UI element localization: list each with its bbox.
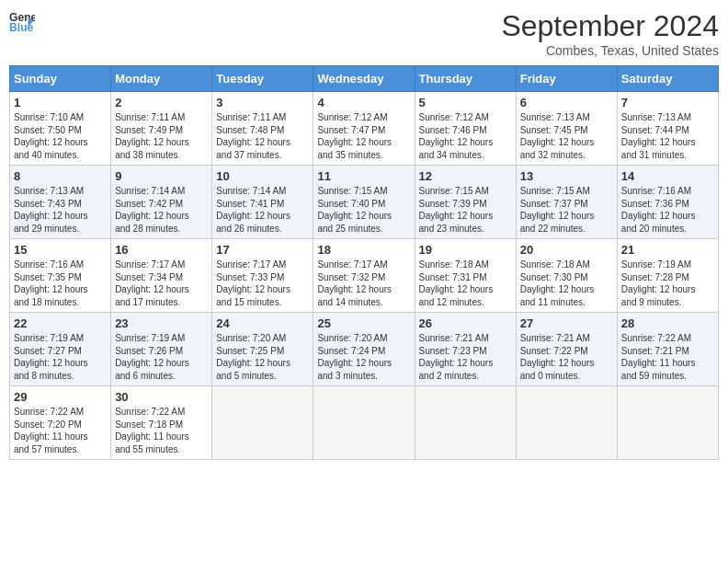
calendar-cell [617,386,718,460]
calendar-cell: 10Sunrise: 7:14 AM Sunset: 7:41 PM Dayli… [212,166,313,239]
calendar-week-row: 29Sunrise: 7:22 AM Sunset: 7:20 PM Dayli… [10,386,719,460]
calendar-cell: 25Sunrise: 7:20 AM Sunset: 7:24 PM Dayli… [313,313,415,386]
day-info: Sunrise: 7:16 AM Sunset: 7:36 PM Dayligh… [621,185,714,235]
day-info: Sunrise: 7:12 AM Sunset: 7:47 PM Dayligh… [317,111,410,161]
day-info: Sunrise: 7:17 AM Sunset: 7:32 PM Dayligh… [317,259,410,308]
title-area: September 2024 Combes, Texas, United Sta… [501,9,719,58]
month-title: September 2024 [501,9,719,43]
day-info: Sunrise: 7:14 AM Sunset: 7:42 PM Dayligh… [115,185,208,235]
day-number: 5 [419,96,512,109]
day-info: Sunrise: 7:11 AM Sunset: 7:49 PM Dayligh… [115,111,208,161]
calendar-cell: 19Sunrise: 7:18 AM Sunset: 7:31 PM Dayli… [415,239,516,313]
calendar-cell: 21Sunrise: 7:19 AM Sunset: 7:28 PM Dayli… [617,239,718,313]
day-info: Sunrise: 7:18 AM Sunset: 7:30 PM Dayligh… [520,259,613,308]
day-number: 29 [14,390,107,404]
day-info: Sunrise: 7:19 AM Sunset: 7:28 PM Dayligh… [621,259,714,308]
day-info: Sunrise: 7:16 AM Sunset: 7:35 PM Dayligh… [14,259,107,308]
calendar-cell: 2Sunrise: 7:11 AM Sunset: 7:49 PM Daylig… [111,92,212,166]
day-info: Sunrise: 7:19 AM Sunset: 7:27 PM Dayligh… [14,332,107,382]
day-info: Sunrise: 7:19 AM Sunset: 7:26 PM Dayligh… [115,332,208,382]
day-number: 22 [14,316,107,330]
calendar-cell: 24Sunrise: 7:20 AM Sunset: 7:25 PM Dayli… [212,313,313,386]
calendar-week-row: 1Sunrise: 7:10 AM Sunset: 7:50 PM Daylig… [10,92,719,166]
weekday-header-wednesday: Wednesday [313,66,415,92]
calendar-cell: 22Sunrise: 7:19 AM Sunset: 7:27 PM Dayli… [10,313,111,386]
calendar-cell: 3Sunrise: 7:11 AM Sunset: 7:48 PM Daylig… [212,92,313,166]
weekday-header-thursday: Thursday [415,66,516,92]
calendar-cell: 5Sunrise: 7:12 AM Sunset: 7:46 PM Daylig… [415,92,516,166]
day-number: 13 [520,169,613,183]
calendar-cell: 12Sunrise: 7:15 AM Sunset: 7:39 PM Dayli… [415,166,516,239]
day-number: 12 [419,169,512,183]
weekday-header-sunday: Sunday [10,66,111,92]
weekday-header-friday: Friday [516,66,617,92]
day-number: 24 [216,316,309,330]
day-number: 2 [115,96,208,109]
calendar-cell: 15Sunrise: 7:16 AM Sunset: 7:35 PM Dayli… [10,239,111,313]
day-number: 17 [216,243,309,257]
day-number: 7 [621,96,714,109]
day-info: Sunrise: 7:22 AM Sunset: 7:18 PM Dayligh… [115,406,208,455]
day-info: Sunrise: 7:18 AM Sunset: 7:31 PM Dayligh… [419,259,512,308]
calendar-cell: 27Sunrise: 7:21 AM Sunset: 7:22 PM Dayli… [516,313,617,386]
calendar-cell: 26Sunrise: 7:21 AM Sunset: 7:23 PM Dayli… [415,313,516,386]
day-number: 20 [520,243,613,257]
calendar-week-row: 22Sunrise: 7:19 AM Sunset: 7:27 PM Dayli… [10,313,719,386]
day-info: Sunrise: 7:10 AM Sunset: 7:50 PM Dayligh… [14,111,107,161]
calendar-table: SundayMondayTuesdayWednesdayThursdayFrid… [9,65,719,460]
day-info: Sunrise: 7:21 AM Sunset: 7:22 PM Dayligh… [520,332,613,382]
calendar-cell: 11Sunrise: 7:15 AM Sunset: 7:40 PM Dayli… [313,166,415,239]
calendar-cell [212,386,313,460]
day-info: Sunrise: 7:13 AM Sunset: 7:45 PM Dayligh… [520,111,613,161]
day-info: Sunrise: 7:11 AM Sunset: 7:48 PM Dayligh… [216,111,309,161]
day-number: 27 [520,316,613,330]
calendar-cell: 14Sunrise: 7:16 AM Sunset: 7:36 PM Dayli… [617,166,718,239]
day-number: 21 [621,243,714,257]
logo-icon: General Blue [9,9,35,35]
day-number: 3 [216,96,309,109]
day-number: 28 [621,316,714,330]
day-info: Sunrise: 7:17 AM Sunset: 7:34 PM Dayligh… [115,259,208,308]
calendar-cell [516,386,617,460]
calendar-cell: 20Sunrise: 7:18 AM Sunset: 7:30 PM Dayli… [516,239,617,313]
day-info: Sunrise: 7:15 AM Sunset: 7:40 PM Dayligh… [317,185,410,235]
calendar-cell: 6Sunrise: 7:13 AM Sunset: 7:45 PM Daylig… [516,92,617,166]
day-info: Sunrise: 7:13 AM Sunset: 7:44 PM Dayligh… [621,111,714,161]
day-info: Sunrise: 7:15 AM Sunset: 7:39 PM Dayligh… [419,185,512,235]
logo: General Blue [9,9,35,35]
day-info: Sunrise: 7:13 AM Sunset: 7:43 PM Dayligh… [14,185,107,235]
day-number: 25 [317,316,410,330]
calendar-cell: 28Sunrise: 7:22 AM Sunset: 7:21 PM Dayli… [617,313,718,386]
day-info: Sunrise: 7:20 AM Sunset: 7:25 PM Dayligh… [216,332,309,382]
day-number: 18 [317,243,410,257]
day-info: Sunrise: 7:22 AM Sunset: 7:21 PM Dayligh… [621,332,714,382]
day-number: 11 [317,169,410,183]
calendar-cell: 17Sunrise: 7:17 AM Sunset: 7:33 PM Dayli… [212,239,313,313]
day-number: 4 [317,96,410,109]
calendar-cell: 23Sunrise: 7:19 AM Sunset: 7:26 PM Dayli… [111,313,212,386]
day-info: Sunrise: 7:17 AM Sunset: 7:33 PM Dayligh… [216,259,309,308]
calendar-cell: 30Sunrise: 7:22 AM Sunset: 7:18 PM Dayli… [111,386,212,460]
day-number: 16 [115,243,208,257]
calendar-cell [415,386,516,460]
calendar-cell: 13Sunrise: 7:15 AM Sunset: 7:37 PM Dayli… [516,166,617,239]
day-info: Sunrise: 7:21 AM Sunset: 7:23 PM Dayligh… [419,332,512,382]
calendar-cell: 1Sunrise: 7:10 AM Sunset: 7:50 PM Daylig… [10,92,111,166]
day-info: Sunrise: 7:15 AM Sunset: 7:37 PM Dayligh… [520,185,613,235]
calendar-cell: 7Sunrise: 7:13 AM Sunset: 7:44 PM Daylig… [617,92,718,166]
calendar-cell: 4Sunrise: 7:12 AM Sunset: 7:47 PM Daylig… [313,92,415,166]
day-info: Sunrise: 7:12 AM Sunset: 7:46 PM Dayligh… [419,111,512,161]
day-number: 26 [419,316,512,330]
day-number: 10 [216,169,309,183]
day-number: 8 [14,169,107,183]
day-number: 23 [115,316,208,330]
calendar-cell: 29Sunrise: 7:22 AM Sunset: 7:20 PM Dayli… [10,386,111,460]
day-info: Sunrise: 7:14 AM Sunset: 7:41 PM Dayligh… [216,185,309,235]
day-number: 30 [115,390,208,404]
day-number: 15 [14,243,107,257]
weekday-header-monday: Monday [111,66,212,92]
calendar-week-row: 15Sunrise: 7:16 AM Sunset: 7:35 PM Dayli… [10,239,719,313]
calendar-week-row: 8Sunrise: 7:13 AM Sunset: 7:43 PM Daylig… [10,166,719,239]
calendar-cell: 8Sunrise: 7:13 AM Sunset: 7:43 PM Daylig… [10,166,111,239]
calendar-cell: 9Sunrise: 7:14 AM Sunset: 7:42 PM Daylig… [111,166,212,239]
